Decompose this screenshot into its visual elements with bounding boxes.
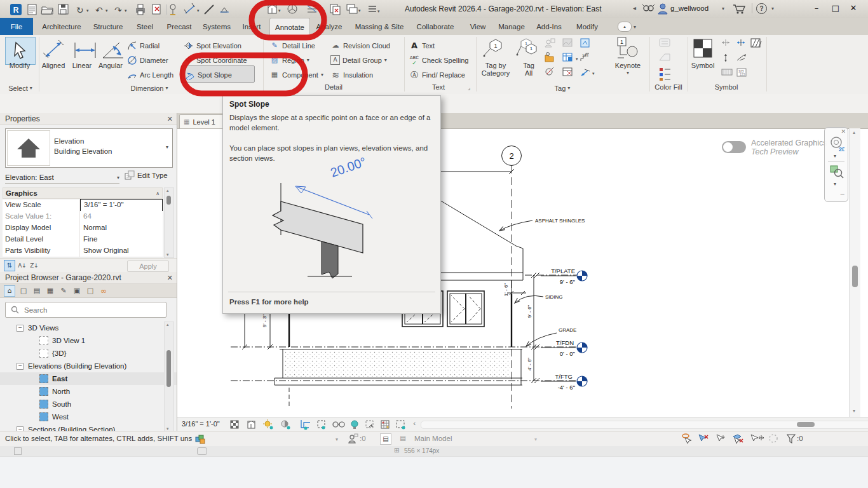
detail-group-button[interactable]: A Detail Group▾ [330, 53, 387, 67]
steering-wheel-icon[interactable] [288, 4, 297, 13]
type-selector-caret-icon[interactable]: ▾ [166, 144, 168, 150]
graphics-section-header[interactable]: Graphics ∧ [3, 187, 163, 199]
tab-precast[interactable]: Precast [162, 18, 196, 35]
zoom-options-caret-icon[interactable]: ▾ [834, 181, 836, 187]
color-fill-legend-icon[interactable] [660, 68, 670, 81]
spot-coordinate-button[interactable]: Spot Coordinate [184, 53, 247, 67]
text-panel-label[interactable]: Text [416, 83, 461, 93]
browser-scrollbar[interactable]: ▴ ▾ [164, 322, 174, 431]
browser-schedules-icon[interactable]: ▤ [32, 286, 42, 296]
tab-collaborate[interactable]: Collaborate [412, 18, 458, 35]
tab-modify[interactable]: Modify [569, 18, 605, 35]
sun-path-icon[interactable] [263, 419, 273, 430]
property-row[interactable]: Display ModelNormal [3, 222, 163, 234]
tree-item-north[interactable]: North [0, 385, 177, 398]
arc-length-button[interactable]: Arc Length [127, 68, 173, 81]
foundation[interactable] [275, 349, 522, 409]
select-panel-label[interactable]: Select▾ [4, 83, 37, 93]
check-spelling-button[interactable]: ABC✓ Check Spelling [409, 53, 468, 67]
thin-lines-icon[interactable] [308, 6, 316, 12]
dimension-wall-height[interactable]: 9' - 6" [527, 273, 536, 349]
tab-add-ins[interactable]: Add-Ins [532, 18, 566, 35]
dimension-left[interactable]: 9' - 3" [242, 313, 273, 349]
aligned-dimension-icon[interactable]: ▾ [184, 3, 200, 13]
close-hidden-windows-icon[interactable] [330, 4, 340, 15]
workset-dropdown-caret-icon[interactable]: ▾ [336, 437, 338, 442]
worksharing-display-icon[interactable] [381, 421, 389, 428]
span-direction-icon[interactable] [722, 39, 729, 46]
sort-default-icon[interactable]: ⇅ [4, 260, 15, 271]
window-right[interactable] [447, 291, 484, 327]
browser-links-icon[interactable]: ∞ [98, 286, 109, 296]
annotation-siding[interactable]: SIDING [515, 294, 563, 303]
tab-massing-site[interactable]: Massing & Site [349, 18, 409, 35]
browser-panels-icon[interactable]: □ [85, 286, 95, 296]
detail-panel-label[interactable]: Detail [305, 83, 362, 93]
text-button[interactable]: A Text [409, 39, 435, 52]
tag-panel-label[interactable]: Tag▾ [537, 83, 588, 93]
modify-button[interactable] [5, 37, 36, 65]
tab-systems[interactable]: Systems [200, 18, 234, 35]
annotation-asphalt-shingles[interactable]: ASPHALT SHINGLES [499, 218, 585, 231]
shadows-icon[interactable] [281, 421, 290, 430]
property-row[interactable]: View Scale 3/16" = 1'-0" [3, 200, 163, 212]
help-menu-caret-icon[interactable]: ▾ [771, 6, 774, 11]
dimension-panel-label[interactable]: Dimension▾ [114, 83, 184, 93]
scroll-down-icon[interactable]: ▾ [853, 408, 855, 414]
tag-all-label-1[interactable]: Tag [516, 62, 541, 69]
properties-header[interactable]: Properties ✕ [0, 113, 177, 125]
multi-rebar-icon[interactable] [737, 54, 746, 60]
material-tag-icon[interactable] [545, 53, 553, 62]
reveal-hidden-elements-icon[interactable] [351, 421, 358, 429]
spot-elevation-icon[interactable] [220, 8, 229, 12]
browser-groups-icon[interactable]: ▣ [72, 286, 82, 296]
tag-all-icon[interactable]: 1 1 [517, 39, 537, 56]
project-browser-header[interactable]: Project Browser - Garage-2020.rvt ✕ [0, 272, 177, 284]
tab-annotate[interactable]: Annotate [269, 18, 310, 36]
revision-schedule-icon[interactable] [563, 68, 572, 76]
ribbon-state-button[interactable]: ▴ [618, 22, 632, 32]
viewbar-collapse-icon[interactable]: ‹ [413, 419, 416, 428]
find-replace-button[interactable]: Ⓐ Find/ Replace [409, 68, 465, 81]
symbol-label[interactable]: Symbol [689, 62, 717, 69]
tree-category-sections[interactable]: −Sections (Building Section) [0, 423, 177, 431]
tree-item-east-selected[interactable]: East [0, 372, 177, 385]
undo-icon[interactable]: ↶▾ [95, 5, 108, 15]
store-cart-icon[interactable] [732, 3, 746, 15]
ruled-grid-icon[interactable] [722, 69, 732, 75]
temporary-view-properties-icon[interactable] [397, 421, 405, 430]
help-icon[interactable]: ? [756, 3, 767, 14]
steering-wheel-2d-icon[interactable]: 2D [829, 136, 844, 152]
linear-label[interactable]: Linear [70, 62, 94, 69]
view-tab-level1[interactable]: ▦ Level 1 [179, 114, 224, 128]
component-button[interactable]: ▦ Component▾ [269, 68, 323, 81]
save-icon[interactable] [58, 4, 68, 14]
wheel-options-caret-icon[interactable]: ▾ [834, 153, 836, 159]
default-3d-view-icon[interactable]: ▾ [268, 5, 281, 13]
type-selector[interactable]: Elevation Building Elevation ▾ [5, 128, 173, 168]
browser-views-icon[interactable]: ⌂ [4, 285, 15, 297]
browser-close-icon[interactable]: ✕ [167, 274, 173, 282]
spot-slope-arrow-icon[interactable] [581, 69, 590, 76]
accelerated-graphics-toggle[interactable] [722, 141, 746, 153]
property-row[interactable]: Parts VisibilityShow Original [3, 245, 163, 257]
search-input[interactable] [23, 306, 153, 315]
tab-architecture[interactable]: Architecture [37, 18, 86, 35]
select-by-face-icon[interactable] [733, 435, 743, 444]
pipe-legend-icon[interactable] [660, 54, 670, 60]
stair-tread-icon[interactable]: 123 [581, 53, 589, 61]
print-icon[interactable] [136, 4, 145, 15]
detail-level-icon[interactable] [231, 421, 238, 428]
design-options-caret-icon[interactable]: ▾ [534, 437, 537, 442]
keynote-label[interactable]: Keynote [611, 62, 644, 69]
close-button[interactable]: ✕ [845, 3, 862, 13]
room-tag-icon[interactable] [546, 67, 553, 75]
dimension-foundation-depth[interactable]: 4' - 6" [527, 347, 536, 383]
tread-number-icon[interactable] [581, 39, 589, 47]
linear-icon[interactable] [75, 43, 95, 58]
vertical-scrollbar[interactable]: ▴ ▾ [849, 128, 860, 417]
collapse-search-icon[interactable]: ◂ [633, 4, 636, 11]
drag-on-selection-icon[interactable] [751, 435, 764, 441]
scroll-up-icon[interactable]: ▴ [853, 130, 855, 135]
tree-item-west[interactable]: West [0, 410, 177, 423]
